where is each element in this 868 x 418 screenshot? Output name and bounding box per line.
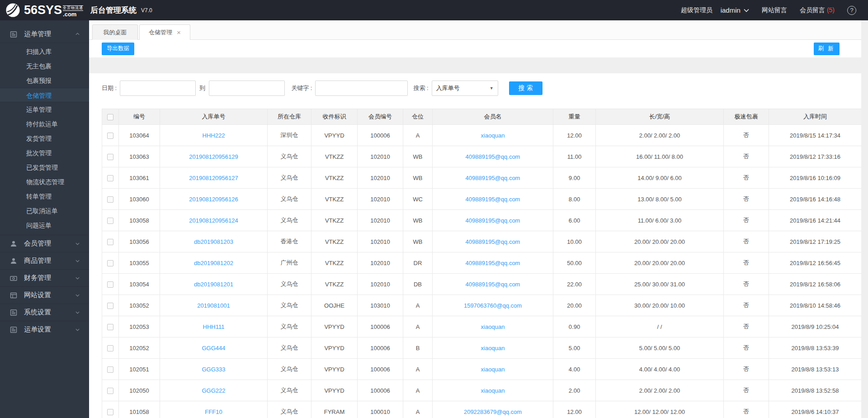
sidebar-subitem-4[interactable]: 仓储管理 <box>0 88 89 102</box>
cell-member-link[interactable]: 409889195@qq.com <box>466 175 520 181</box>
sidebar-subitem-13[interactable]: 问题运单 <box>0 218 89 233</box>
cell-member-link[interactable]: xiaoquan <box>481 366 505 373</box>
sidebar-item-6[interactable]: 系统设置 <box>0 304 89 321</box>
cell-member-link[interactable]: xiaoquan <box>481 323 505 330</box>
person-icon <box>10 257 18 265</box>
cell-order-no-link[interactable]: FFF10 <box>205 408 222 415</box>
header-right: 超级管理员 iadmin 网站留言 会员留言(5) ? <box>681 6 856 15</box>
row-checkbox[interactable] <box>107 281 113 288</box>
help-icon[interactable]: ? <box>847 6 856 15</box>
select-all-checkbox[interactable] <box>107 114 113 120</box>
sidebar-item-3[interactable]: 商品管理 <box>0 252 89 269</box>
cell-order-no-link[interactable]: 201908120956124 <box>189 217 238 224</box>
cell-order-no-link[interactable]: 201908120956129 <box>189 153 238 160</box>
cell-mark: VPYYD <box>311 380 358 401</box>
sidebar-subitem-3[interactable]: 包裹预报 <box>0 73 89 88</box>
cell-time: 2019/8/16 10:16:09 <box>769 167 862 189</box>
cell-dims: 12.00/ 12.00/ 12.00 <box>596 401 724 418</box>
keyword-input[interactable] <box>315 81 408 96</box>
cell-order-no-link[interactable]: 2019081001 <box>197 302 230 309</box>
sidebar-subitem-8[interactable]: 批次管理 <box>0 146 89 160</box>
cell-order-no-link[interactable]: 201908120956127 <box>189 175 238 181</box>
cell-member-link[interactable]: 409889195@qq.com <box>466 260 520 266</box>
cell-member-no: 100010 <box>358 401 403 418</box>
row-checkbox[interactable] <box>107 409 113 415</box>
row-checkbox[interactable] <box>107 218 113 224</box>
column-header: 所在仓库 <box>268 109 311 125</box>
sidebar-item-1[interactable]: 运单管理 <box>0 26 89 43</box>
cell-order-no-link[interactable]: GGG444 <box>202 345 225 352</box>
cell-member-link[interactable]: 2092283679@qq.com <box>464 408 522 415</box>
sidebar-section-3: 商品管理 <box>0 252 89 269</box>
search-type-select[interactable]: 入库单号 ▼ <box>432 81 498 96</box>
cell-member-link[interactable]: xiaoquan <box>481 132 505 139</box>
sidebar-subitem-12[interactable]: 已取消运单 <box>0 204 89 218</box>
cell-order-no-link[interactable]: db2019081201 <box>194 281 233 288</box>
row-checkbox[interactable] <box>107 324 113 330</box>
sidebar-item-4[interactable]: 财务管理 <box>0 270 89 286</box>
sidebar-subitem-6[interactable]: 待付款运单 <box>0 117 89 131</box>
username[interactable]: iadmin <box>721 6 749 14</box>
cell-member-link[interactable]: xiaoquan <box>481 387 505 394</box>
refresh-button[interactable]: 刷 新 <box>814 43 840 55</box>
cell-id: 103061 <box>119 167 160 189</box>
row-checkbox[interactable] <box>107 366 113 373</box>
sidebar-subitem-9[interactable]: 已发货管理 <box>0 160 89 175</box>
sidebar-submenu: 扫描入库无主包裹包裹预报仓储管理运单管理待付款运单发货管理批次管理已发货管理物流… <box>0 43 89 235</box>
row-checkbox[interactable] <box>107 260 113 266</box>
sidebar-subitem-10[interactable]: 物流状态管理 <box>0 175 89 189</box>
sidebar-item-5[interactable]: 网站设置 <box>0 287 89 304</box>
date-to-input[interactable] <box>209 81 285 96</box>
spacer <box>89 57 868 73</box>
cell-order-no-link[interactable]: 201908120956126 <box>189 196 238 203</box>
user-menu[interactable]: 超级管理员 iadmin <box>681 6 749 14</box>
site-messages-link[interactable]: 网站留言 <box>762 6 787 14</box>
cell-id: 101058 <box>119 401 160 418</box>
cell-member-link[interactable]: 1597063760@qq.com <box>464 302 522 309</box>
cell-express: 否 <box>724 274 769 295</box>
cell-order-no-link[interactable]: db2019081203 <box>194 238 233 245</box>
sidebar-subitem-5[interactable]: 运单管理 <box>0 102 89 117</box>
member-messages-link[interactable]: 会员留言(5) <box>800 6 835 14</box>
cell-time: 2019/8/8 13:53:39 <box>769 337 862 359</box>
close-icon[interactable]: × <box>177 29 181 36</box>
sidebar-subitem-11[interactable]: 转单管理 <box>0 189 89 204</box>
cell-dims: 2.00/ 2.00/ 2.00 <box>596 125 724 146</box>
cell-member-link[interactable]: 409889195@qq.com <box>466 153 520 160</box>
row-checkbox[interactable] <box>107 154 113 160</box>
row-checkbox[interactable] <box>107 133 113 139</box>
cell-order-no-link[interactable]: HHH222 <box>203 132 225 139</box>
cell-member-link[interactable]: xiaoquan <box>481 345 505 352</box>
search-button[interactable]: 搜 索 <box>509 81 542 95</box>
export-data-button[interactable]: 导出数据 <box>102 43 134 55</box>
cell-slot: A <box>403 380 433 401</box>
row-checkbox[interactable] <box>107 303 113 309</box>
cell-member-link[interactable]: 409889195@qq.com <box>466 217 520 224</box>
cell-order-no-link[interactable]: GGG333 <box>202 366 225 373</box>
cell-order-no-link[interactable]: GGG222 <box>202 387 225 394</box>
cell-member-link[interactable]: 409889195@qq.com <box>466 238 520 245</box>
cell-dims: 11.00/ 6.00/ 3.00 <box>596 210 724 231</box>
tab-1[interactable]: 我的桌面 <box>92 24 138 40</box>
row-checkbox[interactable] <box>107 239 113 245</box>
cell-slot: A <box>403 295 433 316</box>
row-checkbox[interactable] <box>107 345 113 352</box>
sidebar-subitem-1[interactable]: 扫描入库 <box>0 44 89 59</box>
tab-2[interactable]: 仓储管理× <box>139 24 190 40</box>
date-from-input[interactable] <box>120 81 196 96</box>
row-checkbox[interactable] <box>107 388 113 394</box>
cell-time: 2019/8/9 10:25:04 <box>769 316 862 337</box>
cell-member-link[interactable]: 409889195@qq.com <box>466 281 520 288</box>
sidebar-subitem-2[interactable]: 无主包裹 <box>0 59 89 73</box>
row-checkbox[interactable] <box>107 196 113 203</box>
cell-order-no-link[interactable]: HHH111 <box>203 323 225 330</box>
cell-order-no: FFF10 <box>160 401 268 418</box>
cell-order-no-link[interactable]: db2019081202 <box>194 260 233 266</box>
row-checkbox[interactable] <box>107 175 113 181</box>
sidebar-item-2[interactable]: 会员管理 <box>0 235 89 252</box>
cell-member-link[interactable]: 409889195@qq.com <box>466 196 520 203</box>
sidebar-item-7[interactable]: 运单设置 <box>0 321 89 338</box>
table-row: 103055db2019081202广州仓VTKZZ102010DR409889… <box>102 252 862 274</box>
sidebar-item-label: 网站设置 <box>24 291 51 299</box>
sidebar-subitem-7[interactable]: 发货管理 <box>0 131 89 146</box>
